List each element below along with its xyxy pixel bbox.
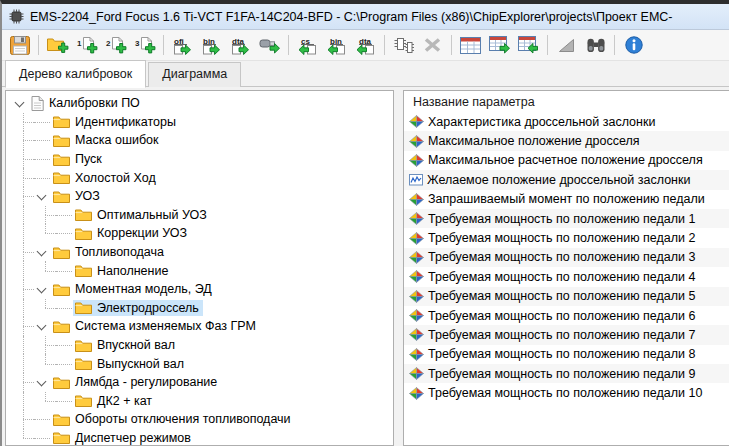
tree-item-label: Топливоподача (75, 245, 164, 259)
toolbar-button-add-map-1[interactable]: 1 (72, 31, 101, 59)
map-chart-icon (409, 270, 424, 283)
parameter-name: Требуемая мощность по положению педали 5 (428, 289, 695, 303)
folder-icon (53, 190, 70, 203)
folder-icon (75, 227, 92, 240)
toolbar-button-add-map-2[interactable]: 2 (101, 31, 130, 59)
parameter-name: Требуемая мощность по положению педали 7 (428, 328, 695, 342)
map-chart-icon (409, 193, 424, 206)
svg-text:1: 1 (77, 39, 82, 48)
parameter-list-item[interactable]: Требуемая мощность по положению педали 1 (404, 209, 729, 228)
toolbar-button-disconnect[interactable] (418, 31, 447, 59)
map-chart-icon (409, 115, 424, 128)
tree-item[interactable]: Топливоподача (6, 243, 393, 262)
column-header-parameter-name[interactable]: Название параметра (404, 91, 729, 112)
toolbar-button-add-map-3[interactable]: 3 (130, 31, 159, 59)
tree-item-label: Моментная модель, ЭД (75, 282, 212, 296)
parameter-list-item[interactable]: Требуемая мощность по положению педали 8 (404, 345, 729, 364)
tree-item[interactable]: Холостой Ход (6, 168, 393, 187)
tree-branch (12, 280, 34, 299)
parameter-list-item[interactable]: Требуемая мощность по положению педали 6 (404, 306, 729, 325)
toolbar-button-info[interactable] (619, 31, 648, 59)
chevron-down-icon[interactable] (34, 187, 51, 206)
tree-item[interactable]: Моментная модель, ЭД (6, 280, 393, 299)
tree-item[interactable]: Система изменяемых Фаз ГРМ (6, 317, 393, 336)
parameter-list: Характеристика дроссельной заслонкиМакси… (404, 112, 729, 403)
map-chart-icon (409, 348, 424, 361)
toolbar-button-chip[interactable] (389, 31, 418, 59)
parameter-list-item[interactable]: Требуемая мощность по положению педали 3 (404, 248, 729, 267)
parameter-list-item[interactable]: Желаемое положение дроссельной заслонки (404, 170, 729, 189)
toolbar-button-table[interactable] (456, 31, 485, 59)
tree-item-label: Диспетчер режимов (75, 431, 191, 445)
tree-stub (56, 336, 73, 355)
parameter-name: Требуемая мощность по положению педали 2 (428, 231, 695, 245)
toolbar-button-import-dta[interactable]: dta (351, 31, 380, 59)
tab-diagram[interactable]: Диаграмма (148, 62, 241, 87)
chevron-down-icon[interactable] (12, 94, 29, 113)
tree-item[interactable]: Оптимальный УОЗ (6, 206, 393, 225)
parameter-list-item[interactable]: Требуемая мощность по положению педали 1… (404, 383, 729, 402)
map-chart-icon (409, 135, 424, 148)
table-icon (460, 37, 481, 54)
tree-item-label: Система изменяемых Фаз ГРМ (75, 319, 256, 333)
chevron-down-icon[interactable] (34, 317, 51, 336)
tree-stub (56, 224, 73, 243)
parameter-list-item[interactable]: Запрашиваемый момент по положению педали (404, 190, 729, 209)
tree-item[interactable]: Обороты отключения топливоподачи (6, 410, 393, 429)
parameter-list-item[interactable]: Требуемая мощность по положению педали 7 (404, 325, 729, 344)
toolbar-button-add-folder[interactable] (43, 31, 72, 59)
tree-item[interactable]: УОЗ (6, 187, 393, 206)
parameter-name: Требуемая мощность по положению педали 8 (428, 347, 695, 361)
tree-item-label: Пуск (75, 152, 102, 166)
parameter-list-item[interactable]: Требуемая мощность по положению педали 9 (404, 364, 729, 383)
tree-item[interactable]: Лямбда - регулирование (6, 373, 393, 392)
tree-item[interactable]: Пуск (6, 150, 393, 169)
parameter-list-item[interactable]: Характеристика дроссельной заслонки (404, 112, 729, 131)
parameter-list-item[interactable]: Максимальное положение дросселя (404, 131, 729, 150)
tree-stub (34, 150, 51, 169)
parameter-list-item[interactable]: Требуемая мощность по положению педали 5 (404, 287, 729, 306)
toolbar-button-find[interactable] (581, 31, 610, 59)
tree-branch (12, 243, 34, 262)
toolbar-button-save[interactable] (5, 31, 34, 59)
chevron-down-icon[interactable] (34, 280, 51, 299)
tree-stub (56, 261, 73, 280)
find-icon (586, 38, 606, 53)
tab-calibration-tree[interactable]: Дерево калибровок (5, 60, 146, 88)
export-usb-icon (259, 37, 281, 54)
toolbar-button-table-export[interactable] (485, 31, 514, 59)
folder-icon (53, 153, 70, 166)
tree-guide (12, 392, 34, 411)
chevron-down-icon[interactable] (34, 373, 51, 392)
toolbar-button-export-usb[interactable] (255, 31, 284, 59)
add-map-2-icon: 2 (105, 36, 127, 54)
folder-icon (53, 115, 70, 128)
toolbar-button-import-bin[interactable]: bin (322, 31, 351, 59)
tree-item[interactable]: Калибровки ПО (6, 94, 393, 113)
window-title: EMS-2204_Ford Focus 1.6 Ti-VCT F1FA-14C2… (30, 10, 673, 24)
toolbar-button-import-cs[interactable]: cs (293, 31, 322, 59)
toolbar-button-export-dta[interactable]: dta (226, 31, 255, 59)
tree-item[interactable]: Наполнение (6, 261, 393, 280)
tree-branch (34, 206, 56, 225)
toolbar-button-export-bin[interactable]: bin (197, 31, 226, 59)
parameter-list-item[interactable]: Требуемая мощность по положению педали 4 (404, 267, 729, 286)
chevron-down-icon[interactable] (34, 243, 51, 262)
toolbar-button-table-import[interactable] (514, 31, 543, 59)
parameter-name: Требуемая мощность по положению педали 1… (428, 386, 702, 400)
toolbar: 123ofibindtacsbindta (2, 30, 729, 61)
toolbar-button-ramp[interactable] (552, 31, 581, 59)
tree-item[interactable]: Впускной вал (6, 336, 393, 355)
tree-item[interactable]: Идентификаторы (6, 113, 393, 132)
parameter-list-item[interactable]: Максимальное расчетное положение дроссел… (404, 151, 729, 170)
parameter-list-item[interactable]: Требуемая мощность по положению педали 2 (404, 228, 729, 247)
tree-item[interactable]: ДК2 + кат (6, 392, 393, 411)
tree-item[interactable]: Выпускной вал (6, 354, 393, 373)
tree-item[interactable]: Диспетчер режимов (6, 429, 393, 446)
tree-item[interactable]: Коррекции УОЗ (6, 224, 393, 243)
tree-item[interactable]: Маска ошибок (6, 131, 393, 150)
table-export-icon (489, 36, 511, 54)
tree-item[interactable]: Электродроссель (6, 299, 393, 318)
toolbar-button-export-ofi[interactable]: ofi (168, 31, 197, 59)
tree-branch (12, 168, 34, 187)
